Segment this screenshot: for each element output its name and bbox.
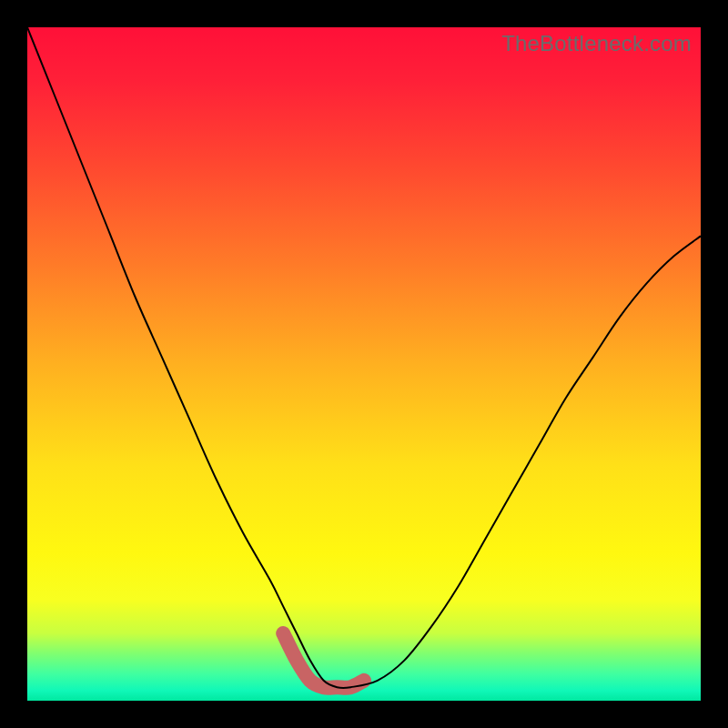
main-curve (27, 27, 701, 688)
curve-layer (27, 27, 701, 701)
plot-area: TheBottleneck.com (27, 27, 701, 701)
chart-frame: TheBottleneck.com (0, 0, 728, 728)
